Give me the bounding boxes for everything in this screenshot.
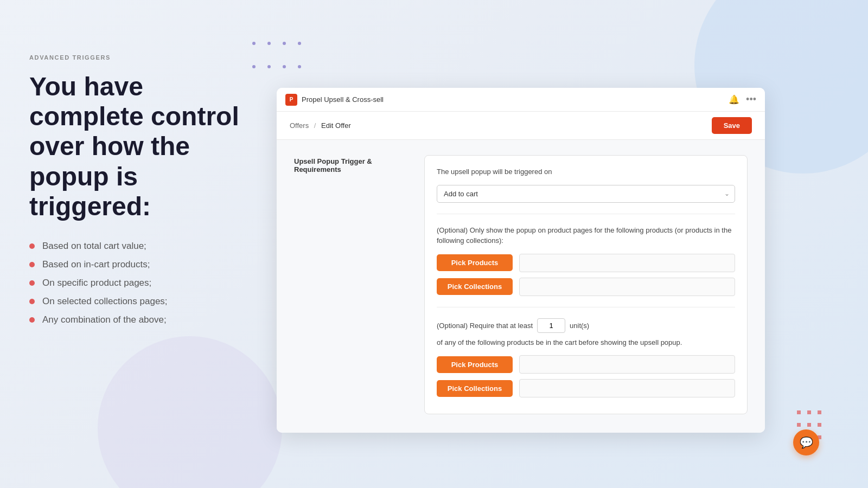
save-button[interactable]: Save bbox=[712, 117, 752, 134]
divider-2 bbox=[437, 307, 735, 307]
list-item: Any combination of the above; bbox=[29, 314, 246, 325]
chat-widget[interactable]: 💬 bbox=[793, 429, 819, 455]
section-label-trigger: Upsell Popup Trigger & Requirements bbox=[294, 155, 403, 174]
titlebar: P Propel Upsell & Cross-sell 🔔 ••• bbox=[277, 88, 765, 112]
bullet-list: Based on total cart value; Based on in-c… bbox=[29, 241, 246, 325]
trigger-select-wrapper: Add to cart Page load Exit intent ⌄ bbox=[437, 185, 735, 203]
pick-collections-input-1[interactable] bbox=[519, 278, 735, 296]
list-item: Based on in-cart products; bbox=[29, 259, 246, 270]
left-panel: ADVANCED TRIGGERS You have complete cont… bbox=[29, 54, 246, 333]
pick-collections-row-1: Pick Collections bbox=[437, 278, 735, 296]
pick-products-input-1[interactable] bbox=[519, 254, 735, 272]
optional-description: (Optional) Only show the popup on produc… bbox=[437, 225, 735, 246]
pick-collections-input-2[interactable] bbox=[519, 379, 735, 397]
pick-products-button-2[interactable]: Pick Products bbox=[437, 356, 513, 373]
main-content: Upsell Popup Trigger & Requirements The … bbox=[277, 140, 765, 433]
trigger-description: The upsell popup will be triggered on bbox=[437, 166, 735, 177]
section-fields: The upsell popup will be triggered on Ad… bbox=[424, 155, 748, 414]
divider-1 bbox=[437, 214, 735, 214]
bell-icon[interactable]: 🔔 bbox=[729, 94, 739, 105]
list-item: On selected collections pages; bbox=[29, 296, 246, 307]
breadcrumb-current: Edit Offer bbox=[321, 121, 351, 130]
list-item: On specific product pages; bbox=[29, 278, 246, 288]
breadcrumb-parent[interactable]: Offers bbox=[290, 121, 309, 130]
pick-products-input-2[interactable] bbox=[519, 355, 735, 374]
app-name: Propel Upsell & Cross-sell bbox=[302, 95, 384, 104]
bullet-dot bbox=[29, 299, 35, 304]
app-window: P Propel Upsell & Cross-sell 🔔 ••• Offer… bbox=[277, 88, 765, 433]
unit-badge: unit(s) bbox=[570, 322, 589, 330]
breadcrumb: Offers / Edit Offer bbox=[290, 121, 351, 130]
section-label: ADVANCED TRIGGERS bbox=[29, 54, 246, 61]
section-row: Upsell Popup Trigger & Requirements The … bbox=[294, 155, 748, 414]
bullet-dot bbox=[29, 317, 35, 323]
breadcrumb-separator: / bbox=[314, 121, 316, 130]
titlebar-right: 🔔 ••• bbox=[729, 94, 756, 105]
require-desc: of any of the following products be in t… bbox=[437, 337, 735, 348]
list-item: Based on total cart value; bbox=[29, 241, 246, 252]
dots-menu-icon[interactable]: ••• bbox=[746, 94, 756, 105]
pick-products-row-1: Pick Products bbox=[437, 254, 735, 272]
app-icon: P bbox=[285, 94, 297, 106]
pick-collections-button-2[interactable]: Pick Collections bbox=[437, 380, 513, 397]
bullet-dot bbox=[29, 262, 35, 267]
dot-grid-top bbox=[250, 39, 304, 48]
breadcrumb-bar: Offers / Edit Offer Save bbox=[277, 112, 765, 140]
titlebar-left: P Propel Upsell & Cross-sell bbox=[285, 94, 384, 106]
pick-products-button-1[interactable]: Pick Products bbox=[437, 254, 513, 271]
require-input[interactable] bbox=[537, 318, 565, 333]
require-row: (Optional) Require that at least unit(s) bbox=[437, 318, 735, 333]
bullet-dot bbox=[29, 280, 35, 286]
main-heading: You have complete control over how the p… bbox=[29, 72, 246, 221]
trigger-select[interactable]: Add to cart Page load Exit intent bbox=[437, 185, 735, 203]
dot-grid-top2 bbox=[250, 62, 304, 71]
pick-products-row-2: Pick Products bbox=[437, 355, 735, 374]
bullet-dot bbox=[29, 243, 35, 249]
require-label: (Optional) Require that at least bbox=[437, 322, 533, 330]
pick-collections-button-1[interactable]: Pick Collections bbox=[437, 278, 513, 295]
pick-collections-row-2: Pick Collections bbox=[437, 379, 735, 397]
